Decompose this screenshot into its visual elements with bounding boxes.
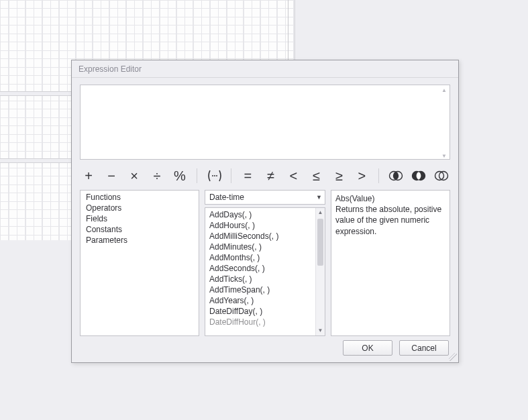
function-list-scrollbar[interactable]: ▲ ▼ (315, 208, 325, 335)
dialog-title: Expression Editor (72, 60, 458, 78)
subcategory-selected-label: Date-time (209, 193, 244, 202)
scroll-thumb[interactable] (317, 219, 323, 266)
function-item[interactable]: AddTimeSpan(, ) (209, 284, 311, 295)
description-text: Returns the absolute, positive value of … (335, 204, 445, 237)
and-operator-button[interactable] (388, 170, 403, 182)
function-item[interactable]: AddMonths(, ) (209, 252, 311, 263)
description-panel: Abs(Value) Returns the absolute, positiv… (331, 190, 450, 336)
scroll-track[interactable] (316, 217, 325, 326)
toolbar-divider (197, 168, 197, 183)
minus-operator-button[interactable]: − (104, 169, 119, 182)
scroll-up-icon[interactable]: ▲ (316, 208, 325, 217)
notequal-operator-button[interactable]: ≠ (263, 169, 278, 182)
function-item[interactable]: AddYears(, ) (209, 295, 311, 306)
category-item[interactable]: Functions (85, 192, 195, 203)
function-item[interactable]: AddDays(, ) (209, 209, 311, 220)
multiply-operator-button[interactable]: × (127, 169, 142, 182)
greaterthan-operator-button[interactable]: > (354, 169, 369, 182)
cancel-button[interactable]: Cancel (399, 340, 449, 356)
resize-grip-icon[interactable] (449, 353, 457, 361)
lessthanequal-operator-button[interactable]: ≤ (309, 169, 323, 182)
category-panel: Functions Operators Fields Constants Par… (80, 190, 199, 336)
chevron-down-icon: ▼ (316, 194, 322, 201)
function-item[interactable]: AddSeconds(, ) (209, 263, 311, 274)
venn-not-icon (434, 170, 449, 182)
toolbar-divider (231, 168, 231, 183)
expression-input[interactable] (80, 85, 450, 160)
category-list[interactable]: Functions Operators Fields Constants Par… (81, 191, 199, 247)
function-item[interactable]: DateDiffHour(, ) (209, 317, 311, 327)
or-operator-button[interactable] (411, 170, 426, 182)
function-item[interactable]: AddTicks(, ) (209, 274, 311, 284)
description-signature: Abs(Value) (335, 193, 445, 204)
function-list[interactable]: AddDays(, ) AddHours(, ) AddMilliSeconds… (205, 208, 315, 329)
plus-operator-button[interactable]: + (81, 169, 96, 182)
not-operator-button[interactable] (434, 170, 449, 182)
svg-point-1 (214, 175, 215, 176)
group-operator-button[interactable] (207, 169, 221, 182)
subcategory-dropdown[interactable]: Date-time ▼ (205, 190, 325, 205)
category-item[interactable]: Parameters (85, 235, 195, 246)
function-item[interactable]: AddHours(, ) (209, 220, 311, 231)
operator-toolbar: + − × ÷ % = ≠ < ≤ ≥ > (80, 166, 450, 186)
lessthan-operator-button[interactable]: < (286, 169, 301, 182)
venn-and-icon (388, 170, 403, 182)
function-panel: Date-time ▼ AddDays(, ) AddHours(, ) Add… (205, 190, 325, 336)
venn-or-icon (411, 170, 426, 182)
parentheses-icon (207, 169, 223, 182)
scroll-down-icon[interactable]: ▼ (316, 326, 325, 335)
function-item[interactable]: DateDiffDay(, ) (209, 306, 311, 317)
function-item[interactable]: AddMinutes(, ) (209, 242, 311, 252)
greaterthanequal-operator-button[interactable]: ≥ (331, 169, 346, 182)
modulo-operator-button[interactable]: % (172, 169, 187, 182)
divide-operator-button[interactable]: ÷ (150, 169, 164, 182)
category-item[interactable]: Fields (85, 213, 195, 224)
category-item[interactable]: Constants (85, 224, 195, 235)
svg-point-0 (212, 175, 213, 176)
equal-operator-button[interactable]: = (240, 169, 255, 182)
toolbar-divider (378, 168, 379, 183)
ok-button[interactable]: OK (343, 340, 392, 356)
svg-point-2 (216, 175, 217, 176)
category-item[interactable]: Operators (85, 203, 195, 213)
function-item[interactable]: AddMilliSeconds(, ) (209, 231, 311, 242)
expression-editor-dialog: Expression Editor ▲ ▼ + − × ÷ % (71, 60, 459, 363)
